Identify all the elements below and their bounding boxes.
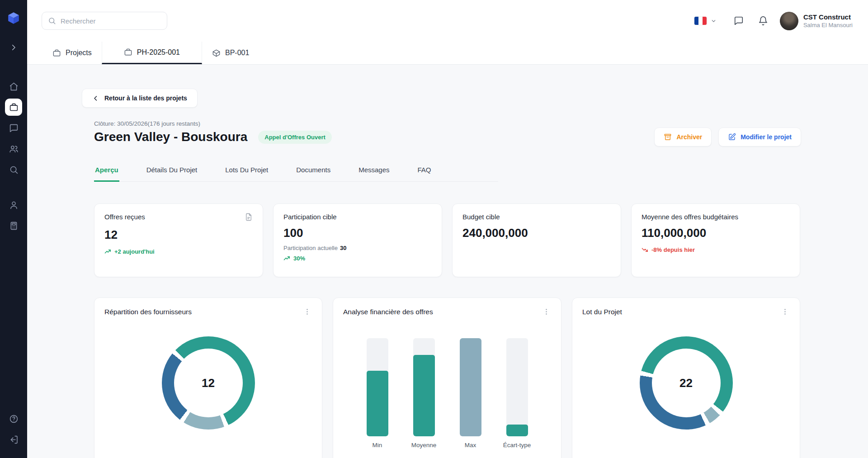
tab-lots-du-projet[interactable]: Lots Du Projet [224, 161, 269, 181]
chat-icon [734, 16, 744, 26]
tab-label: PH-2025-001 [137, 48, 180, 57]
project-tabs: Aperçu Détails Du Projet Lots Du Projet … [94, 161, 498, 182]
donut-center-value: 22 [679, 376, 693, 390]
tab-projects[interactable]: Projects [52, 42, 102, 64]
lots-donut-chart: 22 [640, 336, 733, 430]
stat-card-offres-recues: Offres reçues 12 +2 aujourd'hui [94, 203, 263, 277]
stat-value: 110,000,000 [642, 226, 790, 240]
users-icon [9, 144, 19, 154]
trending-down-icon [642, 246, 648, 253]
tab-bp-001[interactable]: BP-001 [202, 42, 259, 64]
title-row: Green Valley - Bouskoura Appel d'Offres … [94, 130, 801, 144]
archive-icon [664, 133, 672, 141]
bar-ecart-type [506, 338, 528, 436]
chevron-down-icon [711, 18, 717, 24]
stat-card-moyenne-offres: Moyenne des offres budgétaires 110,000,0… [631, 203, 800, 277]
main-content: Retour à la liste des projets Clôture: 3… [27, 65, 868, 458]
notifications-button[interactable] [758, 16, 768, 26]
closure-date: Clôture: 30/05/2026(176 jours restants) [94, 120, 868, 127]
tab-documents[interactable]: Documents [295, 161, 331, 181]
charts-row: Répartition des fournisseurs 12 Analyse … [94, 297, 868, 458]
messages-button[interactable] [734, 16, 744, 26]
logout-icon [9, 435, 19, 444]
stat-trend: +2 aujourd'hui [104, 248, 253, 255]
stat-trend-label: -8% depuis hier [651, 246, 695, 253]
tab-ph-2025-001[interactable]: PH-2025-001 [102, 42, 202, 64]
tab-apercu[interactable]: Aperçu [94, 161, 119, 182]
bar-label: Min [367, 442, 388, 449]
stat-title: Budget cible [462, 213, 500, 221]
back-button-label: Retour à la liste des projets [104, 94, 187, 102]
status-badge: Appel d'Offres Ouvert [258, 131, 332, 144]
chart-card-lot-du-projet: Lot du Projet 22 [572, 297, 800, 458]
sidebar-bottom [5, 410, 22, 448]
stat-value: 100 [283, 226, 432, 240]
tab-strip: Projects PH-2025-001 BP-001 [27, 42, 868, 65]
sidebar-item-projects[interactable] [5, 99, 22, 116]
chart-title: Répartition des fournisseurs [104, 308, 192, 316]
france-flag-icon [694, 17, 707, 25]
bar-max [460, 338, 481, 436]
kebab-menu-icon[interactable] [542, 307, 551, 316]
archive-button-label: Archiver [676, 133, 702, 141]
stat-title: Offres reçues [104, 213, 145, 221]
user-meta: CST Construct Salma El Mansouri [803, 13, 853, 29]
edit-project-button[interactable]: Modifier le projet [718, 127, 801, 146]
stats-row: Offres reçues 12 +2 aujourd'hui Particip… [94, 203, 868, 277]
chevron-right-icon [9, 43, 18, 52]
app-logo-icon[interactable] [6, 11, 21, 25]
briefcase-icon [9, 103, 19, 112]
back-to-projects-button[interactable]: Retour à la liste des projets [82, 89, 198, 108]
help-icon [9, 414, 19, 424]
stat-title: Participation cible [283, 213, 337, 221]
tab-label: Projects [66, 49, 92, 57]
bar-chart-labels: Min Moyenne Max Écart-type [343, 442, 551, 449]
sidebar-item-team[interactable] [5, 140, 22, 157]
briefcase-icon [124, 48, 132, 57]
sidebar-expand-button[interactable] [5, 39, 22, 56]
bell-icon [758, 16, 768, 26]
stat-title: Moyenne des offres budgétaires [642, 213, 738, 221]
chart-card-fournisseurs: Répartition des fournisseurs 12 [94, 297, 322, 458]
financial-bar-chart [343, 338, 551, 436]
sidebar [0, 0, 27, 458]
stat-subtext: Participation actuelle30 [283, 245, 432, 251]
chart-title: Analyse financière des offres [343, 308, 433, 316]
tab-details-du-projet[interactable]: Détails Du Projet [146, 161, 198, 181]
sidebar-item-home[interactable] [5, 78, 22, 95]
project-actions: Archiver Modifier le projet [654, 127, 801, 146]
archive-button[interactable]: Archiver [654, 127, 712, 146]
sidebar-item-profile[interactable] [5, 196, 22, 213]
sidebar-item-calculator[interactable] [5, 217, 22, 234]
company-name: CST Construct [803, 13, 853, 21]
stat-value: 240,000,000 [462, 226, 611, 240]
sidebar-nav [5, 78, 22, 234]
project-title: Green Valley - Bouskoura [94, 130, 247, 144]
search-icon [48, 17, 56, 25]
sidebar-item-help[interactable] [5, 410, 22, 427]
donut-center-value: 12 [202, 376, 215, 390]
stat-trend-label: 30% [293, 255, 305, 262]
topbar: CST Construct Salma El Mansouri [27, 0, 868, 42]
tab-messages[interactable]: Messages [358, 161, 390, 181]
search-field [42, 12, 167, 30]
bar-moyenne [413, 338, 435, 436]
kebab-menu-icon[interactable] [780, 307, 790, 316]
suppliers-donut-chart: 12 [162, 336, 255, 430]
user-menu[interactable]: CST Construct Salma El Mansouri [780, 12, 853, 30]
topbar-right: CST Construct Salma El Mansouri [694, 12, 853, 30]
bar-label: Écart-type [506, 442, 528, 449]
sidebar-item-messages[interactable] [5, 119, 22, 137]
chevron-left-icon [92, 95, 99, 102]
stat-trend: 30% [283, 255, 432, 262]
avatar [780, 12, 798, 30]
language-selector[interactable] [694, 17, 717, 25]
sidebar-item-logout[interactable] [5, 431, 22, 448]
sidebar-item-search[interactable] [5, 161, 22, 178]
stat-sub-label: Participation actuelle [283, 245, 338, 251]
stat-card-budget-cible: Budget cible 240,000,000 [452, 203, 621, 277]
kebab-menu-icon[interactable] [302, 307, 312, 316]
search-input[interactable] [61, 17, 161, 25]
person-icon [9, 200, 19, 210]
tab-faq[interactable]: FAQ [417, 161, 432, 181]
